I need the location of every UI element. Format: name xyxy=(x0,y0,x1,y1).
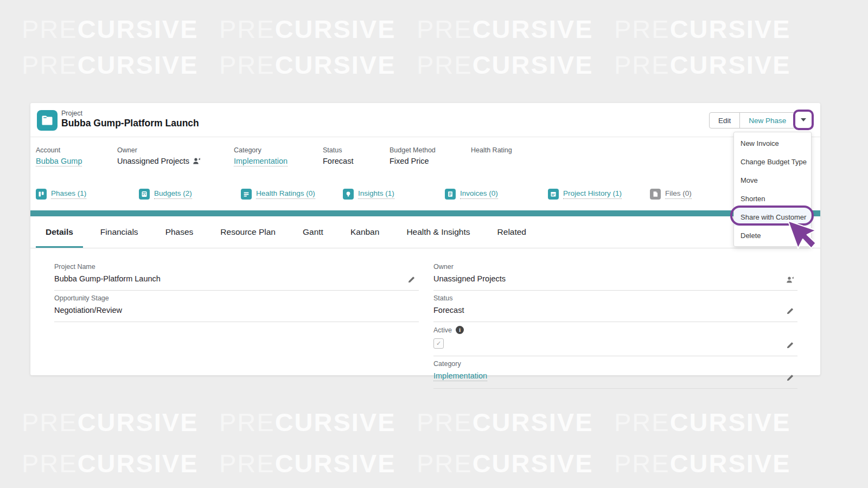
insights-icon xyxy=(343,189,354,200)
field-label: Owner xyxy=(117,146,201,154)
menu-item-shorten[interactable]: Shorten xyxy=(734,189,811,208)
tab-health-insights[interactable]: Health & Insights xyxy=(405,216,471,248)
budgets-icon xyxy=(139,189,150,200)
summary-field-account: Account Bubba Gump xyxy=(36,146,82,166)
field-label: Account xyxy=(36,146,82,154)
menu-item-delete[interactable]: Delete xyxy=(734,226,811,245)
category-link[interactable]: Implementation xyxy=(433,371,487,381)
tab-bar: Details Financials Phases Resource Plan … xyxy=(44,216,527,248)
summary-field-budget-method: Budget Method Fixed Price xyxy=(390,146,436,165)
budget-method-value: Fixed Price xyxy=(390,157,429,165)
related-link-phases[interactable]: Phases (1) xyxy=(36,189,86,200)
menu-item-move[interactable]: Move xyxy=(734,171,811,189)
related-link-insights[interactable]: Insights (1) xyxy=(343,189,394,200)
related-link-project-history[interactable]: Project History (1) xyxy=(548,189,622,200)
tab-financials[interactable]: Financials xyxy=(99,216,139,248)
watermark-row: PRECURSIVEPRECURSIVEPRECURSIVEPRECURSIVE xyxy=(22,52,789,78)
edit-pencil-icon[interactable] xyxy=(786,341,794,349)
entity-label: Project xyxy=(61,110,82,117)
field-label: Budget Method xyxy=(390,146,436,154)
status-value: Forecast xyxy=(323,157,353,165)
related-link-budgets[interactable]: Budgets (2) xyxy=(139,189,192,200)
header-action-group: Edit New Phase xyxy=(709,112,795,129)
field-owner: Owner Unassigned Projects xyxy=(433,259,797,291)
related-link-invoices[interactable]: Invoices (0) xyxy=(445,189,498,200)
field-status: Status Forecast xyxy=(433,291,797,322)
tab-details[interactable]: Details xyxy=(44,216,74,248)
summary-field-owner: Owner Unassigned Projects xyxy=(117,146,201,165)
summary-field-category: Category Implementation xyxy=(234,146,288,166)
new-phase-button[interactable]: New Phase xyxy=(740,113,795,128)
account-link[interactable]: Bubba Gump xyxy=(36,157,82,166)
field-label: Health Rating xyxy=(471,146,512,154)
change-owner-icon[interactable] xyxy=(786,276,794,284)
menu-item-change-budget-type[interactable]: Change Budget Type xyxy=(734,152,811,171)
page-title: Bubba Gump-Platform Launch xyxy=(61,118,199,129)
field-active: Active xyxy=(433,322,797,356)
divider xyxy=(30,248,820,248)
accent-band xyxy=(30,210,820,216)
category-link[interactable]: Implementation xyxy=(234,157,288,166)
tab-gantt[interactable]: Gantt xyxy=(302,216,324,248)
project-folder-icon xyxy=(37,110,58,131)
annotation-highlight-caret xyxy=(793,110,814,130)
field-label: Category xyxy=(234,146,288,154)
health-ratings-icon xyxy=(241,189,252,200)
watermark-row: PRECURSIVEPRECURSIVEPRECURSIVEPRECURSIVE xyxy=(22,409,789,435)
invoices-icon xyxy=(445,189,456,200)
tab-phases[interactable]: Phases xyxy=(164,216,195,248)
menu-item-new-invoice[interactable]: New Invoice xyxy=(734,134,811,152)
field-opportunity-stage: Opportunity Stage Negotiation/Review xyxy=(54,291,419,322)
details-left-column: Project Name Bubba Gump-Platform Launch … xyxy=(54,259,419,322)
summary-field-status: Status Forecast xyxy=(323,146,353,165)
page: PRECURSIVEPRECURSIVEPRECURSIVEPRECURSIVE… xyxy=(0,0,868,488)
project-history-icon xyxy=(548,189,559,200)
summary-field-health-rating: Health Rating xyxy=(471,146,512,157)
related-link-health-ratings[interactable]: Health Ratings (0) xyxy=(241,189,315,200)
chevron-down-icon[interactable] xyxy=(801,118,806,121)
files-icon xyxy=(650,189,661,200)
project-record-card: Project Bubba Gump-Platform Launch Edit … xyxy=(30,103,820,375)
watermark-row: PRECURSIVEPRECURSIVEPRECURSIVEPRECURSIVE xyxy=(22,16,789,42)
field-project-name: Project Name Bubba Gump-Platform Launch xyxy=(54,259,419,291)
details-right-column: Owner Unassigned Projects Status Forecas… xyxy=(433,259,797,389)
actions-dropdown-menu: New Invoice Change Budget Type Move Shor… xyxy=(733,132,812,247)
change-owner-icon[interactable] xyxy=(193,157,201,165)
info-icon[interactable] xyxy=(456,326,464,334)
edit-pencil-icon[interactable] xyxy=(407,275,416,284)
phases-icon xyxy=(36,189,47,200)
tab-kanban[interactable]: Kanban xyxy=(349,216,380,248)
tab-resource-plan[interactable]: Resource Plan xyxy=(219,216,277,248)
field-category: Category Implementation xyxy=(433,356,797,389)
edit-pencil-icon[interactable] xyxy=(786,307,794,315)
tab-related[interactable]: Related xyxy=(496,216,527,248)
owner-value: Unassigned Projects xyxy=(117,157,189,165)
active-checkbox[interactable] xyxy=(433,338,444,349)
divider xyxy=(30,137,820,137)
edit-pencil-icon[interactable] xyxy=(786,374,794,382)
menu-item-share-with-customer[interactable]: Share with Customer xyxy=(734,208,811,226)
watermark-row: PRECURSIVEPRECURSIVEPRECURSIVEPRECURSIVE xyxy=(22,451,789,476)
folder-icon xyxy=(41,115,53,125)
field-label: Status xyxy=(323,146,353,154)
related-link-files[interactable]: Files (0) xyxy=(650,189,692,200)
edit-button[interactable]: Edit xyxy=(710,113,740,128)
